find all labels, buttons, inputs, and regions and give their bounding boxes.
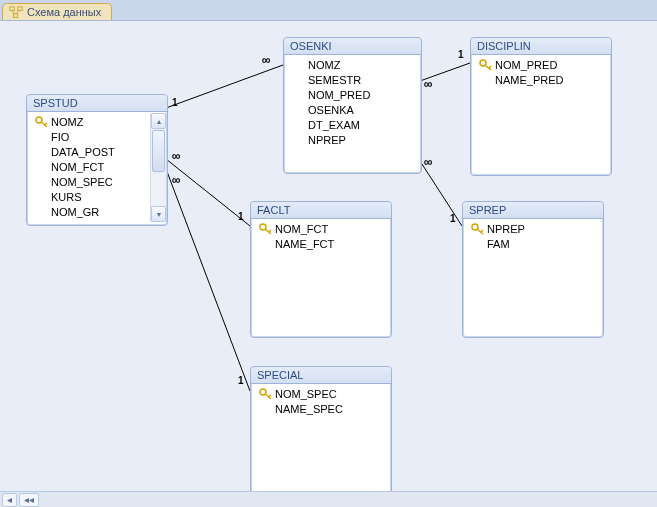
table-body: NOM_SPEC NAME_SPEC [251,384,391,420]
card-osenki-disciplin-inf: ∞ [424,77,433,91]
field-name: NOM_SPEC [51,176,113,188]
scrollbar[interactable]: ▴ ▾ [150,113,166,222]
table-title: SPREP [463,202,603,219]
scroll-thumb[interactable] [152,130,165,172]
field-row[interactable]: NAME_SPEC [255,401,389,416]
field-name: NOM_FCT [51,161,104,173]
field-name: NOM_SPEC [275,388,337,400]
tab-schema[interactable]: Схема данных [2,3,112,20]
field-name: OSENKA [308,104,354,116]
card-spstud-faclt-1: 1 [238,211,244,222]
table-body: NOM_FCT NAME_FCT [251,219,391,255]
table-disciplin[interactable]: DISCIPLIN NOM_PRED NAME_PRED [470,37,612,176]
field-row[interactable]: NOM_GR [31,204,149,219]
card-osenki-sprep-inf: ∞ [424,155,433,169]
field-row[interactable]: NOMZ [31,114,149,129]
scroll-down-button[interactable]: ▾ [151,206,166,222]
schema-canvas[interactable]: 1 ∞ ∞ 1 ∞ 1 ∞ 1 ∞ 1 SPSTUD NOMZ FIO DATA… [0,21,657,507]
field-name: FAM [487,238,510,250]
table-body: NOMZ FIO DATA_POST NOM_FCT NOM_SPEC KURS… [27,112,167,223]
card-spstud-osenki-inf: ∞ [262,53,271,67]
field-name: NOMZ [308,59,340,71]
relationships-icon [9,6,23,18]
field-row[interactable]: NOM_PRED [288,87,419,102]
field-name: KURS [51,191,82,203]
field-name: NAME_SPEC [275,403,343,415]
field-row[interactable]: NOM_SPEC [255,386,389,401]
key-icon [471,223,485,235]
field-row[interactable]: OSENKA [288,102,419,117]
navigation-bar: ◂ ◂◂ [0,491,657,507]
field-row[interactable]: NOM_PRED [475,57,609,72]
nav-prev-button[interactable]: ◂◂ [19,493,39,507]
field-row[interactable]: NOM_FCT [255,221,389,236]
tab-bar: Схема данных [0,0,657,21]
field-name: NPREP [308,134,346,146]
card-osenki-disciplin-1: 1 [458,49,464,60]
field-row[interactable]: FAM [467,236,601,251]
card-osenki-sprep-1: 1 [450,213,456,224]
field-name: NOM_GR [51,206,99,218]
key-icon [259,223,273,235]
svg-rect-0 [10,7,14,11]
field-name: SEMESTR [308,74,361,86]
key-icon [259,388,273,400]
key-icon [35,116,49,128]
field-row[interactable]: NOMZ [288,57,419,72]
tab-label: Схема данных [27,6,101,18]
field-row[interactable]: SEMESTR [288,72,419,87]
field-name: NOM_PRED [495,59,557,71]
table-body: NPREP FAM [463,219,603,255]
field-row[interactable]: NPREP [288,132,419,147]
key-icon [479,59,493,71]
table-faclt[interactable]: FACLT NOM_FCT NAME_FCT [250,201,392,338]
scroll-up-button[interactable]: ▴ [151,113,166,129]
field-name: FIO [51,131,69,143]
table-title: OSENKI [284,38,421,55]
field-row[interactable]: DATA_POST [31,144,149,159]
field-name: NOMZ [51,116,83,128]
table-title: SPECIAL [251,367,391,384]
field-name: NOM_FCT [275,223,328,235]
table-body: NOMZ SEMESTR NOM_PRED OSENKA DT_EXAM NPR… [284,55,421,151]
svg-rect-1 [18,7,22,11]
table-title: DISCIPLIN [471,38,611,55]
field-row[interactable]: NOM_FCT [31,159,149,174]
card-spstud-special-1: 1 [238,375,244,386]
field-name: NPREP [487,223,525,235]
field-name: DATA_POST [51,146,115,158]
field-row[interactable]: KURS [31,189,149,204]
table-special[interactable]: SPECIAL NOM_SPEC NAME_SPEC [250,366,392,498]
field-name: NOM_PRED [308,89,370,101]
field-name: NAME_PRED [495,74,563,86]
field-row[interactable]: NPREP [467,221,601,236]
field-row[interactable]: NAME_FCT [255,236,389,251]
svg-rect-2 [13,14,17,18]
field-name: DT_EXAM [308,119,360,131]
field-row[interactable]: NOM_SPEC [31,174,149,189]
table-sprep[interactable]: SPREP NPREP FAM [462,201,604,338]
table-osenki[interactable]: OSENKI NOMZ SEMESTR NOM_PRED OSENKA DT_E… [283,37,422,174]
table-title: SPSTUD [27,95,167,112]
field-row[interactable]: FIO [31,129,149,144]
card-spstud-special-inf: ∞ [172,173,181,187]
field-name: NAME_FCT [275,238,334,250]
card-spstud-faclt-inf: ∞ [172,149,181,163]
card-spstud-osenki-1: 1 [172,97,178,108]
table-spstud[interactable]: SPSTUD NOMZ FIO DATA_POST NOM_FCT NOM_SP… [26,94,168,226]
table-body: NOM_PRED NAME_PRED [471,55,611,91]
nav-first-button[interactable]: ◂ [2,493,17,507]
table-title: FACLT [251,202,391,219]
field-row[interactable]: DT_EXAM [288,117,419,132]
field-row[interactable]: NAME_PRED [475,72,609,87]
